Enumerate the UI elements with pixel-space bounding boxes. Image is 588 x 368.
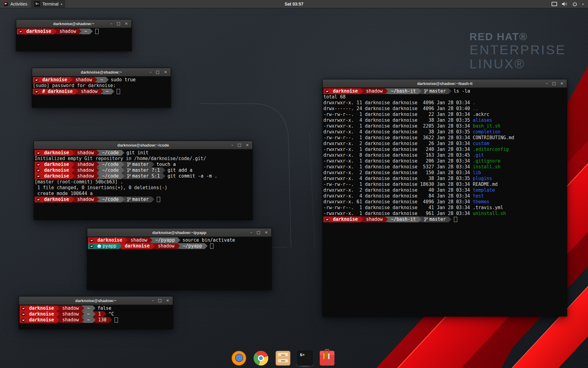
terminal-output-line: total 68 xyxy=(323,94,566,100)
terminal-content[interactable]: darknoiseshadow~/codegit initInitialized… xyxy=(34,149,252,203)
file-name: .editorconfig xyxy=(473,147,509,152)
window-controls: –□× xyxy=(149,68,171,76)
terminal-window-code[interactable]: darknoise@shadow:~/code–□×darknoiseshado… xyxy=(34,141,253,220)
prompt-line: darknoiseshadow~/codemaster S:1git commi… xyxy=(35,173,252,179)
segment-label: ~/code xyxy=(102,197,119,202)
powerline-segment: ~/pyapp xyxy=(153,237,177,243)
git-branch-icon xyxy=(127,162,131,167)
terminal-content[interactable]: darknoiseshadow~/bash-itmasterls -latota… xyxy=(323,88,567,223)
terminal-content[interactable]: darknoiseshadow~falsedarknoiseshadow~1^C… xyxy=(19,305,173,324)
activities-button[interactable]: Activities xyxy=(0,0,31,8)
file-name: README.md xyxy=(473,182,498,187)
file-name: aliases xyxy=(473,117,492,123)
close-button[interactable]: × xyxy=(265,228,268,236)
window-titlebar[interactable]: darknoise@shadow:~–□× xyxy=(32,68,171,76)
file-list-row: -rw-rw-r--. 1 darknoise darknoise 22 Jan… xyxy=(323,112,566,117)
powerline-separator xyxy=(96,150,99,155)
redhat-prompt-icon xyxy=(90,239,93,242)
close-button[interactable]: × xyxy=(164,68,167,76)
powerline-segment: shadow xyxy=(59,317,81,323)
minimize-button[interactable]: – xyxy=(152,297,154,305)
dock-item-files[interactable] xyxy=(276,351,290,366)
powerline-segment: darknoise xyxy=(41,173,72,179)
close-button[interactable]: × xyxy=(166,297,169,305)
file-list-row: drwxrwxr-x. 4 darknoise darknoise 38 Jan… xyxy=(323,176,566,182)
minimize-button[interactable]: – xyxy=(149,68,152,76)
file-name: plugins xyxy=(473,176,492,181)
segment-label: master xyxy=(429,88,446,94)
segment-label: master ?:1 xyxy=(132,167,160,173)
window-title: darknoise@shadow:~/pyapp xyxy=(87,230,271,235)
window-titlebar[interactable]: darknoise@shadow:~–□× xyxy=(19,297,173,305)
file-name: custom xyxy=(473,141,489,146)
redhat-prompt-icon xyxy=(21,318,25,322)
maximize-button[interactable]: □ xyxy=(238,141,241,149)
segment-label: ~ xyxy=(100,77,103,83)
powerline-segment: darknoise xyxy=(41,150,72,156)
maximize-button[interactable]: □ xyxy=(257,228,260,236)
terminal-window-exit-codes[interactable]: darknoise@shadow:~–□×darknoiseshadow~fal… xyxy=(19,296,173,329)
maximize-button[interactable]: □ xyxy=(117,20,120,28)
powerline-separator xyxy=(96,197,99,202)
toolbox-icon xyxy=(320,351,334,366)
terminal-content[interactable]: darknoiseshadow~ xyxy=(16,28,131,35)
close-button[interactable]: × xyxy=(246,141,249,149)
maximize-button[interactable]: □ xyxy=(552,79,556,87)
terminal-window-bash-it[interactable]: darknoise@shadow:~/bash-it–□×darknoisesh… xyxy=(322,79,567,316)
maximize-button[interactable]: □ xyxy=(158,297,162,305)
minimize-button[interactable]: – xyxy=(546,79,548,87)
file-name: install.sh xyxy=(473,164,500,170)
minimize-button[interactable]: – xyxy=(250,228,252,236)
close-button[interactable]: × xyxy=(560,79,564,87)
terminal-window-sudo[interactable]: darknoise@shadow:~–□×darknoiseshadow~sud… xyxy=(32,68,171,108)
prompt-line: darknoiseshadow~/codemaster xyxy=(35,197,252,202)
file-name: CONTRIBUTING.md xyxy=(473,135,514,140)
file-name: uninstall.sh xyxy=(473,211,506,216)
powerline-segment: # darknoise xyxy=(40,89,75,94)
minimize-button[interactable]: – xyxy=(110,20,112,28)
window-titlebar[interactable]: darknoise@shadow:~–□× xyxy=(16,20,131,28)
dock-item-firefox[interactable] xyxy=(232,351,246,366)
powerline-segment: ~/code xyxy=(99,167,121,173)
powerline-segment: darknoise xyxy=(122,243,152,249)
file-list-row: -rwxrwxr-x. 1 darknoise darknoise 961 Ja… xyxy=(323,211,566,217)
redhat-prompt-icon xyxy=(36,174,40,178)
powerline-segment: shadow xyxy=(363,88,385,94)
terminal-window-home[interactable]: darknoise@shadow:~–□×darknoiseshadow~ xyxy=(16,19,132,51)
prompt-lead xyxy=(35,197,41,202)
redhat-prompt-icon xyxy=(21,312,25,316)
powerline-segment: darknoise xyxy=(41,167,72,173)
window-controls: –□× xyxy=(231,141,252,149)
power-icon xyxy=(572,2,577,6)
system-status-area[interactable]: ▾ xyxy=(552,0,588,8)
dock-item-app-grid[interactable] xyxy=(342,351,356,366)
powerline-segment: darknoise xyxy=(26,305,57,311)
powerline-segment: shadow xyxy=(78,89,100,94)
powerline-segment: darknoise xyxy=(26,317,57,323)
dock-item-terminal[interactable]: $> xyxy=(298,351,312,366)
close-button[interactable]: × xyxy=(125,20,128,28)
window-titlebar[interactable]: darknoise@shadow:~/pyapp–□× xyxy=(87,228,271,237)
command-text: false xyxy=(96,305,111,311)
file-list-row: drwxrwxr-x. 2 darknoise darknoise 40 Jan… xyxy=(323,187,566,193)
app-menu-terminal[interactable]: $> Terminal ▾ xyxy=(31,0,65,8)
segment-label: ~ xyxy=(106,89,109,94)
prompt-line: darknoiseshadow~false xyxy=(20,305,172,311)
dock-item-toolbox[interactable] xyxy=(320,351,334,366)
powerline-segment: darknoise xyxy=(95,237,125,243)
powerline-segment: shadow xyxy=(74,150,96,156)
window-title: darknoise@shadow:~/bash-it xyxy=(323,81,567,86)
window-titlebar[interactable]: darknoise@shadow:~/bash-it–□× xyxy=(323,79,567,88)
terminal-content[interactable]: darknoiseshadow~/pyappsource bin/activat… xyxy=(87,237,271,250)
maximize-button[interactable]: □ xyxy=(156,68,160,76)
minimize-button[interactable]: – xyxy=(231,141,233,149)
redhat-prompt-icon xyxy=(36,169,40,172)
terminal-content[interactable]: darknoiseshadow~sudo true[sudo] password… xyxy=(32,76,171,95)
prompt-lead xyxy=(323,217,330,222)
segment-label: ~/pyapp xyxy=(155,237,175,243)
terminal-window-pyapp[interactable]: darknoise@shadow:~/pyapp–□×darknoiseshad… xyxy=(87,228,272,290)
file-list-row: -rw-rw-r--. 1 darknoise darknoise 41 Jan… xyxy=(323,205,566,211)
window-titlebar[interactable]: darknoise@shadow:~/code–□× xyxy=(34,141,252,149)
file-name: .. xyxy=(473,106,478,111)
dock-item-chrome[interactable] xyxy=(254,351,268,366)
